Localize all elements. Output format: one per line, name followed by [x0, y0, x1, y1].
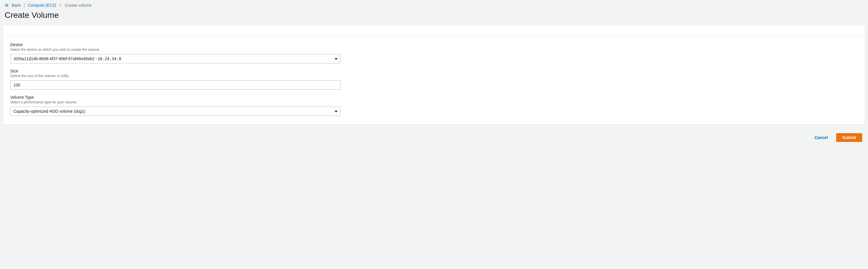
device-value-id: JID5a11d1db-8b98-4f37-80bf-97af46e45eb2 … — [13, 56, 97, 61]
back-chevron-icon[interactable] — [5, 3, 9, 7]
form-actions: Cancel Submit — [0, 125, 868, 148]
breadcrumb-compute[interactable]: Compute (EC2) — [28, 3, 56, 8]
chevron-right-icon — [59, 4, 62, 7]
submit-button[interactable]: Submit — [836, 133, 862, 142]
size-input[interactable] — [10, 80, 340, 90]
breadcrumb-current: Create volume — [65, 3, 91, 8]
page-title: Create Volume — [0, 9, 868, 25]
panel-header — [3, 25, 865, 36]
volume-type-label: Volume Type — [10, 95, 340, 100]
cancel-button[interactable]: Cancel — [812, 133, 831, 142]
breadcrumb: Back | Compute (EC2) Create volume — [0, 0, 868, 9]
device-value-ip: 10.24.34.0 — [98, 56, 121, 61]
field-volume-type: Volume Type Select a performance type fo… — [10, 95, 340, 116]
volume-type-select[interactable]: Capacity-optimized HDD volume (sbg1) — [10, 107, 340, 116]
breadcrumb-back[interactable]: Back — [12, 3, 21, 8]
size-hint: Define the size of the volume, in GiBs. — [10, 74, 340, 78]
device-label: Device — [10, 42, 340, 47]
volume-type-hint: Select a performance type for your volum… — [10, 100, 340, 104]
device-hint: Select the device on which you wish to c… — [10, 47, 340, 52]
form-panel: Device Select the device on which you wi… — [3, 25, 865, 125]
breadcrumb-separator: | — [24, 3, 25, 8]
device-select[interactable]: JID5a11d1db-8b98-4f37-80bf-97af46e45eb2 … — [10, 54, 340, 63]
field-device: Device Select the device on which you wi… — [10, 42, 340, 63]
volume-type-value: Capacity-optimized HDD volume (sbg1) — [13, 109, 85, 113]
field-size: Size Define the size of the volume, in G… — [10, 69, 340, 90]
size-label: Size — [10, 69, 340, 73]
